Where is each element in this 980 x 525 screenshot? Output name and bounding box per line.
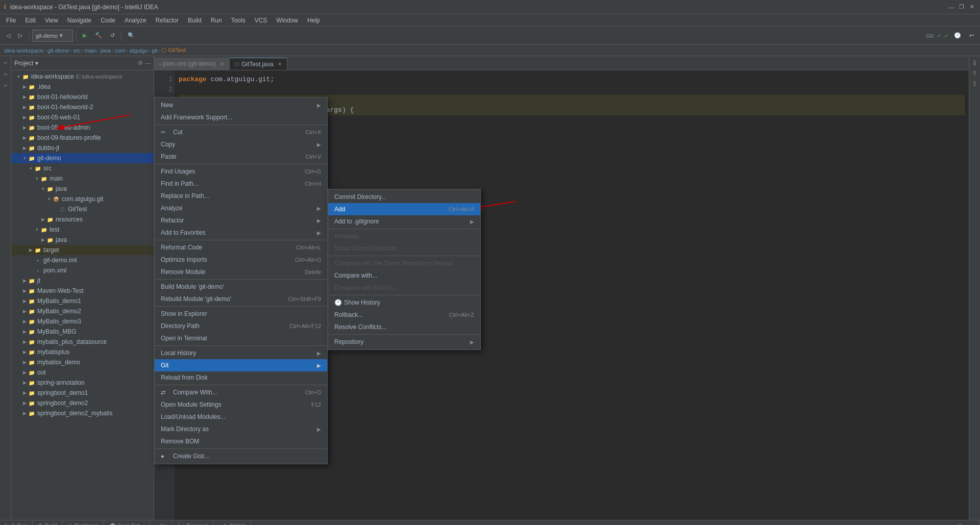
panel-collapse-icon[interactable]: — [145,60,151,66]
sidebar-project-icon[interactable]: 1 [1,58,11,68]
tree-item-sb1[interactable]: ▶ 📁 springboot_demo1 [11,388,154,398]
tree-item-sb2-mybatis[interactable]: ▶ 📁 springboot_demo2_mybatis [11,408,154,418]
sub-compare-with[interactable]: Compare with... [328,269,480,282]
bc-com[interactable]: com [115,47,126,54]
ctx-copy[interactable]: Copy ▶ [155,138,327,151]
ctx-git[interactable]: Git ▶ [155,359,327,371]
tree-item-test[interactable]: ▾ 📁 test [11,224,154,235]
tree-item-boot05admin[interactable]: ▶ 📁 boot-05-web-admin [11,122,154,133]
tree-item-idea[interactable]: ▶ 📁 .idea [11,82,154,92]
reload-button[interactable]: ↺ [107,29,118,43]
tree-item-boot05web[interactable]: ▶ 📁 boot-05-web-01 [11,112,154,122]
tree-item-package[interactable]: ▾ 📦 com.atguigu.git [11,194,154,204]
menu-analyze[interactable]: Analyze [120,16,151,25]
tree-item-pom[interactable]: ▪ pom.xml [11,265,154,276]
tree-item-mybatis1[interactable]: ▶ 📁 MyBatis_demo1 [11,296,154,306]
menu-code[interactable]: Code [96,16,119,25]
tree-item-boot01[interactable]: ▶ 📁 boot-01-helloworld [11,92,154,102]
ctx-reformat[interactable]: Reformat Code Ctrl+Alt+L [155,241,327,254]
tree-item-mybatismbg[interactable]: ▶ 📁 MyBatis_MBG [11,327,154,337]
btm-tab-maven[interactable]: Maven [952,520,980,526]
menu-navigate[interactable]: Navigate [63,16,95,25]
maximize-button[interactable]: ❐ [958,3,966,11]
tree-item-spring-ann[interactable]: ▶ 📁 spring-annotation [11,378,154,388]
sub-resolve-conflicts[interactable]: Resolve Conflicts... [328,321,480,333]
menu-edit[interactable]: Edit [21,16,40,25]
tree-item-mybatisplus-ds[interactable]: ▶ 📁 mybatis_plus_datasource [11,337,154,347]
menu-vcs[interactable]: VCS [251,16,272,25]
gittest-tab-close[interactable]: ✕ [278,61,282,67]
toolbar-forward-btn[interactable]: ▷ [15,29,26,43]
tree-item-src[interactable]: ▾ 📁 src [11,163,154,173]
menu-build[interactable]: Build [184,16,206,25]
tree-item-mybatis2[interactable]: ▶ 📁 MyBatis_demo2 [11,306,154,316]
btm-tab-terminal[interactable]: ⬛ Terminal [173,520,213,526]
ctx-compare-with[interactable]: ⇄ Compare With... Ctrl+D [155,386,327,398]
tab-pom[interactable]: ▪ pom.xml (git-demo) ✕ [154,58,230,70]
btm-tab-javaent[interactable]: ☕ Java Ent... [104,520,150,526]
bc-main[interactable]: main [85,47,97,54]
ctx-refactor[interactable]: Refactor ▶ [155,214,327,227]
bc-atguigu[interactable]: atguigu [129,47,148,54]
tree-item-boot01-2[interactable]: ▶ 📁 boot-01-helloworld-2 [11,102,154,112]
pom-tab-close[interactable]: ✕ [220,61,224,67]
tree-item-out[interactable]: ▶ 📁 out [11,367,154,378]
tree-item-iml[interactable]: ▪ git-demo.iml [11,255,154,265]
ctx-build-module[interactable]: Build Module 'git-demo' [155,281,327,293]
sub-add[interactable]: Add Ctrl+Alt+A [328,203,480,215]
btm-tab-build[interactable]: ⚙ Build [33,520,63,526]
menu-run[interactable]: Run [207,16,226,25]
menu-refactor[interactable]: Refactor [152,16,183,25]
tree-item-gitdemo[interactable]: ▾ 📁 git-demo [11,153,154,163]
tree-item-target[interactable]: ▶ 📁 target [11,245,154,255]
bc-git[interactable]: git [152,47,158,54]
tree-item-jt[interactable]: ▶ 📁 jt [11,276,154,286]
ctx-local-history[interactable]: Local History ▶ [155,347,327,359]
tree-item-java[interactable]: ▾ 📁 java [11,184,154,194]
toolbar-back-btn[interactable]: ◁ [3,29,13,43]
tree-item-dubbo[interactable]: ▶ 📁 dubbo-jt [11,143,154,153]
bc-src[interactable]: src [73,47,81,54]
ctx-open-terminal[interactable]: Open in Terminal [155,332,327,344]
toolbar-history[interactable]: 🕐 [951,29,964,43]
ctx-load-unload[interactable]: Load/Unload Modules... [155,411,327,423]
sub-repository[interactable]: Repository ▶ [328,336,480,348]
tree-item-maven-web[interactable]: ▶ 📁 Maven-Web-Test [11,286,154,296]
tree-item-mybatisplus[interactable]: ▶ 📁 mybatisplus [11,347,154,357]
database-icon[interactable]: DB [970,58,980,68]
btm-tab-git[interactable]: ● Git [150,520,173,526]
panel-settings-icon[interactable]: ⚙ [138,60,143,66]
ctx-replace-in-path[interactable]: Replace in Path... [155,190,327,202]
ctx-remove-module[interactable]: Remove Module Delete [155,266,327,278]
tree-item-mybatis3[interactable]: ▶ 📁 MyBatis_demo3 [11,316,154,327]
menu-view[interactable]: View [41,16,62,25]
toolbar-search[interactable]: 🔍 [125,29,138,43]
tab-gittest[interactable]: ⬡ GitTest.java ✕ [230,58,287,70]
tree-item-main[interactable]: ▾ 📁 main [11,173,154,184]
bc-gitdemo[interactable]: git-demo [47,47,69,54]
sub-show-history[interactable]: 🕐 Show History [328,296,480,309]
ctx-show-in-explorer[interactable]: Show in Explorer [155,308,327,320]
ctx-create-gist[interactable]: ● Create Gist... [155,450,327,462]
toolbar-revert[interactable]: ↩ [966,29,977,43]
menu-help[interactable]: Help [303,16,324,25]
ctx-analyze[interactable]: Analyze ▶ [155,202,327,214]
sub-add-gitignore[interactable]: Add to .gitignore ▶ [328,215,480,228]
sidebar-structure-icon[interactable]: Z [1,69,11,80]
sidebar-favorites-icon[interactable]: 2 [1,81,11,91]
ctx-cut[interactable]: ✂ Cut Ctrl+X [155,126,327,138]
sub-rollback[interactable]: Rollback... Ctrl+Alt+Z [328,309,480,321]
ctx-add-to-favorites[interactable]: Add to Favorites ▶ [155,227,327,239]
sub-commit-dir[interactable]: Commit Directory... [328,191,480,203]
panel-arrow[interactable]: ▾ [35,60,38,67]
art-icon[interactable]: Art [970,79,980,89]
tree-item-root[interactable]: ▾ 📁 idea-workspace E:\idea-workspace [11,71,154,82]
ctx-add-framework[interactable]: Add Framework Support... [155,111,327,123]
ctx-reload-from-disk[interactable]: Reload from Disk [155,371,327,384]
minimize-button[interactable]: — [947,3,955,11]
tree-item-sb2[interactable]: ▶ 📁 springboot_demo2 [11,398,154,408]
build-button[interactable]: 🔨 [92,29,105,43]
ctx-paste[interactable]: Paste Ctrl+V [155,151,327,163]
bc-java[interactable]: java [101,47,111,54]
tree-item-boot09[interactable]: ▶ 📁 boot-09-features-profile [11,133,154,143]
